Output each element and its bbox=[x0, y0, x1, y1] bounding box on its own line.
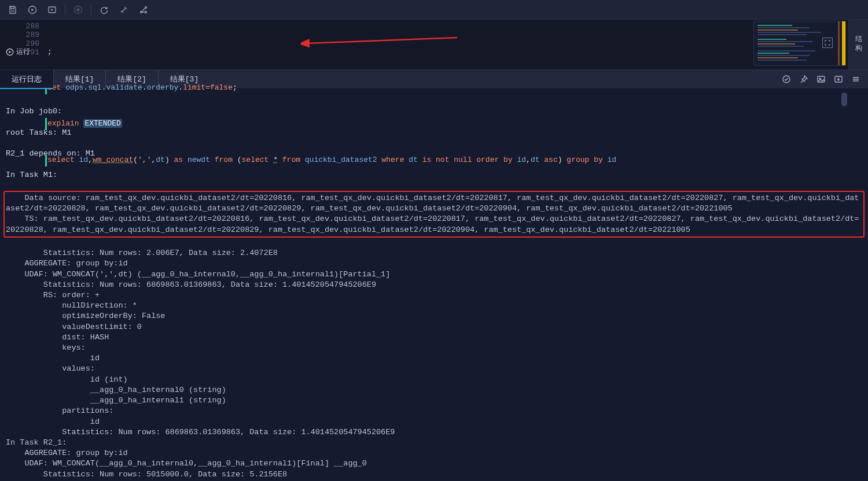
code-text: is not null bbox=[418, 156, 476, 164]
structure-rail-label: 构 bbox=[855, 45, 862, 54]
code-text: wm_concat bbox=[93, 156, 133, 164]
code-text: ) bbox=[165, 156, 170, 164]
highlighted-log-block: Data source: ram_test_qx_dev.quickbi_dat… bbox=[3, 191, 865, 238]
line-number: 288 bbox=[0, 22, 39, 31]
scrollbar-thumb[interactable] bbox=[841, 92, 847, 106]
sql-editor[interactable]: 288 289 290 291 ; set odps.sql.validate.… bbox=[0, 20, 868, 69]
tab-label: 结果[2] bbox=[117, 74, 146, 84]
code-text: * bbox=[273, 156, 278, 164]
code-text: dt bbox=[156, 156, 165, 164]
run-line-label: 运行 bbox=[16, 47, 30, 57]
toolbar-separator bbox=[91, 5, 91, 15]
graph-icon[interactable] bbox=[135, 2, 152, 18]
selected-text: EXTENDED bbox=[83, 119, 122, 128]
code-text: select bbox=[47, 156, 79, 164]
tab-result-1[interactable]: 结果[1] bbox=[54, 70, 105, 88]
expand-minimap-icon[interactable] bbox=[822, 38, 833, 48]
stop-icon bbox=[70, 2, 86, 18]
code-text: id bbox=[79, 156, 89, 164]
code-text: select bbox=[242, 156, 274, 164]
tab-label: 结果[3] bbox=[170, 74, 198, 84]
code-text: dt bbox=[531, 156, 540, 164]
run-line-button[interactable]: 运行 bbox=[6, 47, 30, 57]
code-text: as bbox=[170, 156, 187, 164]
code-text: id bbox=[608, 156, 617, 164]
code-line[interactable]: select id,wm_concat(',',dt) as newdt fro… bbox=[47, 154, 865, 166]
tab-result-2[interactable]: 结果[2] bbox=[106, 70, 157, 88]
code-text: dt bbox=[409, 156, 418, 164]
code-text: ( bbox=[237, 156, 242, 164]
code-text: ( bbox=[133, 156, 138, 164]
format-icon[interactable] bbox=[116, 2, 132, 18]
save-icon[interactable] bbox=[5, 2, 21, 18]
line-number: 289 bbox=[0, 31, 39, 39]
svg-rect-3 bbox=[77, 8, 80, 11]
code-text: ; bbox=[47, 47, 52, 56]
code-text: , bbox=[526, 156, 531, 164]
code-text: , bbox=[88, 156, 93, 164]
code-text: order by bbox=[476, 156, 517, 164]
run-icon[interactable] bbox=[24, 2, 41, 18]
code-text: id bbox=[517, 156, 526, 164]
refresh-icon[interactable] bbox=[96, 2, 112, 18]
tab-label: 运行日志 bbox=[12, 74, 42, 84]
code-line[interactable]: ; bbox=[47, 46, 865, 58]
code-text: false bbox=[210, 83, 233, 92]
code-line[interactable]: explain EXTENDED bbox=[47, 118, 865, 130]
code-text: explain bbox=[47, 119, 83, 128]
code-text: from bbox=[278, 156, 305, 164]
code-text: from bbox=[210, 156, 237, 164]
code-text: ) bbox=[558, 156, 562, 164]
code-text: ',' bbox=[138, 156, 151, 164]
code-text: newdt bbox=[187, 156, 210, 164]
top-toolbar bbox=[0, 0, 868, 20]
code-text: where bbox=[377, 156, 409, 164]
svg-point-6 bbox=[145, 11, 147, 13]
structure-rail-label: 结 bbox=[855, 35, 862, 45]
code-area[interactable]: ; set odps.sql.validate.orderby.limit=fa… bbox=[44, 20, 868, 69]
structure-rail[interactable]: 结 构 bbox=[848, 20, 868, 69]
tab-run-log[interactable]: 运行日志 bbox=[0, 70, 53, 88]
code-text: quickbi_dataset2 bbox=[305, 156, 377, 164]
gutter: 288 289 290 291 bbox=[0, 20, 44, 69]
code-text: asc bbox=[540, 156, 558, 164]
tab-label: 结果[1] bbox=[65, 74, 94, 84]
minimap[interactable] bbox=[753, 21, 846, 66]
toolbar-separator bbox=[65, 5, 65, 15]
code-text: ; bbox=[233, 83, 237, 92]
code-text: group by bbox=[562, 156, 608, 164]
run-selection-icon[interactable] bbox=[44, 2, 60, 18]
log-text: Statistics: Num rows: 2.006E7, Data size… bbox=[6, 248, 862, 481]
tab-result-3[interactable]: 结果[3] bbox=[159, 70, 210, 88]
